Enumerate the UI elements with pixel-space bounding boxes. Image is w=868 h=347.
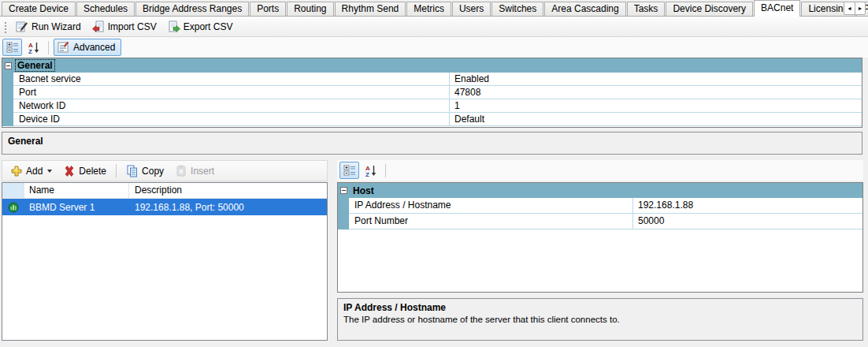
host-description-panel: IP Address / Hostname The IP address or …: [337, 298, 863, 341]
property-row-network-id[interactable]: Network ID 1: [13, 99, 862, 113]
svg-text:Z: Z: [365, 171, 369, 177]
copy-icon: [126, 165, 139, 177]
tab-bridge-address-ranges[interactable]: Bridge Address Ranges: [135, 2, 249, 16]
import-csv-button[interactable]: Import CSV: [87, 18, 161, 35]
tab-create-device[interactable]: Create Device: [2, 2, 76, 16]
property-label: Port: [13, 86, 449, 99]
host-property-grid: Host IP Address / Hostname 192.168.1.88 …: [337, 182, 863, 293]
bacnet-property-grid: General Bacnet service Enabled Port 4780…: [2, 58, 862, 128]
add-label: Add: [26, 166, 43, 177]
property-label: IP Address / Hostname: [349, 198, 632, 213]
property-value[interactable]: 50000: [632, 214, 862, 229]
collapse-minus-icon[interactable]: [340, 187, 347, 194]
property-label: Port Number: [349, 214, 632, 229]
copy-button[interactable]: Copy: [121, 162, 169, 180]
advanced-label: Advanced: [73, 42, 115, 53]
name-column-header[interactable]: Name: [24, 183, 129, 198]
tab-area-cascading[interactable]: Area Cascading: [544, 2, 625, 16]
categorized-view-button[interactable]: [2, 39, 22, 56]
property-row-ip-address[interactable]: IP Address / Hostname 192.168.1.88: [349, 198, 862, 214]
list-header: Name Description: [2, 183, 327, 199]
tab-switches[interactable]: Switches: [491, 2, 543, 16]
host-categorized-view-button[interactable]: [339, 162, 359, 179]
toolbar-grip[interactable]: [4, 21, 7, 33]
import-csv-icon: [92, 21, 105, 33]
categorized-icon: [343, 164, 356, 177]
delete-button[interactable]: Delete: [58, 162, 111, 180]
host-properties-toolbar: A Z: [337, 160, 863, 181]
insert-button[interactable]: Insert: [170, 162, 219, 180]
tab-routing[interactable]: Routing: [287, 2, 333, 16]
tab-tasks[interactable]: Tasks: [627, 2, 666, 16]
property-label: Network ID: [13, 99, 449, 112]
delete-label: Delete: [79, 166, 106, 177]
tab-scroll-left-icon[interactable]: ◂: [844, 2, 855, 15]
description-title: General: [8, 136, 856, 147]
property-label: Device ID: [13, 113, 449, 125]
property-value[interactable]: 47808: [449, 86, 862, 99]
host-category-header[interactable]: Host: [338, 183, 862, 198]
advanced-icon: [57, 41, 70, 54]
tab-bacnet[interactable]: BACnet: [754, 0, 800, 17]
toolbar-separator: [48, 41, 49, 54]
sort-az-icon: A Z: [365, 164, 377, 177]
list-item-bbmd-server[interactable]: BBMD Server 1 192.168.1.88, Port: 50000: [2, 199, 327, 215]
add-icon: [10, 165, 23, 177]
run-wizard-icon: [16, 21, 28, 33]
host-alphabetical-sort-button[interactable]: A Z: [361, 162, 380, 179]
general-category-label: General: [16, 60, 54, 71]
property-value[interactable]: 192.168.1.88: [632, 198, 862, 213]
property-row-port[interactable]: Port 47808: [13, 86, 862, 99]
property-row-bacnet-service[interactable]: Bacnet service Enabled: [13, 73, 862, 86]
property-value[interactable]: 1: [449, 99, 862, 112]
tab-metrics[interactable]: Metrics: [406, 2, 451, 16]
delete-icon: [63, 165, 76, 177]
advanced-toggle-button[interactable]: Advanced: [54, 39, 121, 56]
tab-rhythm-send[interactable]: Rhythm Send: [335, 2, 406, 16]
tab-scroll-buttons: ◂ ▸: [844, 2, 866, 15]
property-value[interactable]: Enabled: [449, 73, 862, 85]
server-icon: [8, 202, 19, 213]
description-title: IP Address / Hostname: [343, 302, 857, 313]
copy-label: Copy: [142, 166, 164, 177]
property-row-device-id[interactable]: Device ID Default: [13, 113, 862, 126]
icon-column-header[interactable]: [2, 183, 24, 198]
general-description-panel: General: [2, 132, 862, 155]
bbmd-server-list[interactable]: Name Description BBMD Server 1 192.168.1…: [2, 182, 328, 341]
insert-icon: [175, 165, 187, 177]
export-csv-button[interactable]: Export CSV: [163, 18, 238, 35]
collapse-minus-icon[interactable]: [5, 62, 12, 69]
run-wizard-label: Run Wizard: [32, 21, 81, 32]
tab-device-discovery[interactable]: Device Discovery: [666, 2, 753, 16]
items-toolbar: Add Delete Copy: [2, 160, 328, 181]
add-dropdown-caret-icon: [47, 170, 52, 173]
properties-toolbar: A Z Advanced: [0, 37, 868, 58]
tab-scroll-right-icon[interactable]: ▸: [855, 2, 866, 15]
host-rows: IP Address / Hostname 192.168.1.88 Port …: [338, 198, 862, 229]
toolbar-separator: [116, 164, 117, 177]
run-wizard-button[interactable]: Run Wizard: [11, 18, 86, 35]
toolbar-separator: [385, 164, 386, 177]
description-body: The IP address or hostname of the server…: [343, 315, 857, 324]
property-label: Bacnet service: [13, 73, 449, 85]
export-csv-icon: [168, 21, 180, 33]
server-description: 192.168.1.88, Port: 50000: [129, 202, 327, 213]
tab-bar: Create Device Schedules Bridge Address R…: [0, 0, 868, 17]
general-rows: Bacnet service Enabled Port 47808 Networ…: [2, 73, 862, 126]
general-category-header[interactable]: General: [2, 58, 862, 73]
property-row-port-number[interactable]: Port Number 50000: [349, 214, 862, 229]
alphabetical-sort-button[interactable]: A Z: [24, 39, 43, 56]
sort-az-icon: A Z: [28, 41, 40, 54]
server-name: BBMD Server 1: [24, 202, 129, 213]
tab-ports[interactable]: Ports: [250, 2, 286, 16]
insert-label: Insert: [191, 166, 214, 177]
tab-users[interactable]: Users: [452, 2, 491, 16]
add-button[interactable]: Add: [6, 162, 57, 180]
host-category-label: Host: [351, 185, 376, 196]
tab-schedules[interactable]: Schedules: [76, 2, 135, 16]
description-column-header[interactable]: Description: [129, 183, 327, 198]
categorized-icon: [6, 41, 19, 54]
svg-text:Z: Z: [28, 48, 32, 54]
property-value[interactable]: Default: [449, 113, 862, 125]
import-csv-label: Import CSV: [108, 21, 157, 32]
